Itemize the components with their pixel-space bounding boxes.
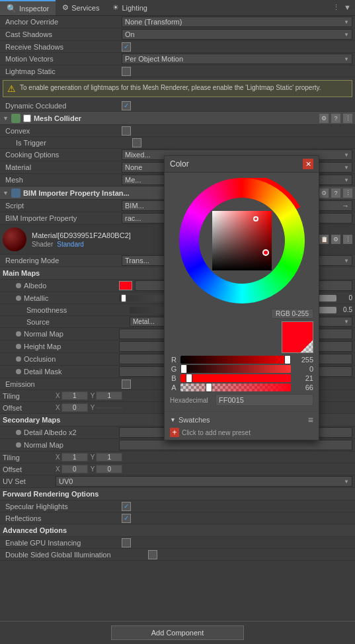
tiling-y-label: Y bbox=[91, 392, 95, 399]
emission-checkbox[interactable] bbox=[122, 380, 131, 389]
tab-services[interactable]: ⚙ Services bbox=[56, 0, 106, 15]
tiling-y-input[interactable]: 1 bbox=[96, 391, 122, 400]
material-icon3[interactable]: ⋮ bbox=[343, 235, 352, 244]
texture-swatch-inner bbox=[282, 322, 313, 352]
dynamic-occluded-label: Dynamic Occluded bbox=[3, 102, 122, 110]
detail-mask-map-icon bbox=[16, 369, 21, 374]
tiling-x-field: X 1 bbox=[56, 391, 88, 400]
lightmap-static-checkbox[interactable] bbox=[122, 67, 131, 76]
color-wheel-area[interactable] bbox=[165, 173, 319, 306]
motion-vectors-dropdown[interactable]: Per Object Motion ▼ bbox=[122, 54, 352, 64]
bim-importer-help-icon[interactable]: ? bbox=[331, 188, 340, 198]
advanced-options-label: Advanced Options bbox=[0, 524, 355, 537]
b-slider[interactable] bbox=[180, 374, 291, 382]
a-slider-row: A 66 bbox=[170, 383, 313, 391]
mesh-collider-help-icon[interactable]: ? bbox=[331, 114, 340, 123]
add-component-bar: Add Component bbox=[0, 621, 355, 644]
swatches-title: ▼ Swatches bbox=[170, 416, 210, 424]
dynamic-occluded-checkbox[interactable] bbox=[122, 101, 131, 110]
convex-value bbox=[122, 126, 352, 136]
anchor-override-dropdown[interactable]: None (Transform) ▼ bbox=[122, 17, 352, 27]
reflections-checkbox[interactable] bbox=[122, 514, 131, 523]
swatches-menu-icon[interactable]: ≡ bbox=[308, 415, 313, 425]
swatches-label: Swatches bbox=[178, 416, 210, 424]
motion-vectors-arrow: ▼ bbox=[344, 56, 349, 62]
uv-set-dropdown[interactable]: UV0 ▼ bbox=[56, 476, 352, 487]
receive-shadows-label: Receive Shadows bbox=[3, 43, 122, 51]
cast-shadows-row: Cast Shadows On ▼ bbox=[0, 28, 355, 41]
sec-offset-x-input[interactable]: 0 bbox=[61, 465, 88, 473]
receive-shadows-checkbox[interactable] bbox=[122, 42, 131, 52]
tiling-x-input[interactable]: 1 bbox=[61, 391, 88, 400]
shader-value[interactable]: Standard bbox=[57, 241, 84, 248]
albedo-color-swatch[interactable] bbox=[119, 281, 132, 290]
gpu-instancing-row: Enable GPU Instancing bbox=[0, 537, 355, 549]
double-sided-value bbox=[148, 550, 352, 559]
smoothness-label: Smoothness bbox=[26, 306, 130, 314]
double-sided-checkbox[interactable] bbox=[148, 550, 157, 559]
mesh-collider-menu-icon[interactable]: ⚙ bbox=[319, 114, 329, 123]
tab-extra-icon2[interactable]: ▼ bbox=[344, 3, 351, 12]
g-slider[interactable] bbox=[180, 365, 291, 373]
g-label: G bbox=[170, 365, 178, 373]
add-preset-label: Click to add new preset bbox=[182, 429, 251, 436]
cast-shadows-dropdown[interactable]: On ▼ bbox=[122, 29, 352, 40]
uv-set-arrow: ▼ bbox=[344, 479, 349, 485]
detail-mask-label: Detail Mask bbox=[16, 368, 119, 376]
gpu-instancing-value bbox=[122, 538, 352, 547]
tab-inspector[interactable]: 🔍 Inspector bbox=[0, 0, 56, 15]
color-dialog-close-button[interactable]: ✕ bbox=[303, 159, 313, 169]
color-wheel-svg[interactable] bbox=[179, 178, 305, 303]
sec-normal-map-value bbox=[119, 440, 352, 450]
offset-label: Offset bbox=[3, 404, 56, 412]
color-mode-button[interactable]: RGB 0-255 bbox=[271, 309, 313, 319]
double-sided-row: Double Sided Global Illumination bbox=[0, 549, 355, 561]
lightmap-static-row: Lightmap Static bbox=[0, 65, 355, 77]
is-trigger-checkbox[interactable] bbox=[132, 138, 141, 147]
mesh-collider-enabled-checkbox[interactable] bbox=[23, 114, 31, 122]
sec-tiling-x-input[interactable]: 1 bbox=[61, 453, 88, 462]
bim-importer-more-icon[interactable]: ⋮ bbox=[343, 188, 352, 198]
mesh-collider-header[interactable]: ▼ Mesh Collider ⚙ ? ⋮ bbox=[0, 112, 355, 125]
bim-importer-menu-icon[interactable]: ⚙ bbox=[319, 188, 329, 198]
metallic-label: Metallic bbox=[16, 294, 119, 302]
sec-offset-y-input[interactable]: 0 bbox=[96, 465, 122, 473]
tiling-x-label: X bbox=[56, 392, 60, 399]
hex-input[interactable] bbox=[216, 394, 313, 406]
a-slider[interactable] bbox=[180, 383, 291, 391]
offset-x-field: X 0 bbox=[56, 403, 88, 412]
add-preset-row[interactable]: + Click to add new preset bbox=[170, 428, 313, 437]
collider-mesh-label: Mesh bbox=[3, 176, 122, 184]
convex-checkbox[interactable] bbox=[122, 126, 131, 136]
sec-tiling-xy: X 1 Y 1 bbox=[56, 453, 352, 462]
cast-shadows-arrow: ▼ bbox=[344, 32, 349, 38]
material-icon1[interactable]: 📋 bbox=[319, 235, 329, 244]
mesh-collider-arrow: ▼ bbox=[3, 115, 9, 122]
convex-row: Convex bbox=[0, 125, 355, 137]
color-wheel-fo[interactable] bbox=[179, 178, 305, 303]
dynamic-occluded-value bbox=[122, 101, 352, 110]
offset-y-input[interactable] bbox=[96, 407, 122, 409]
material-icons: 📋 ⚙ ⋮ bbox=[319, 235, 352, 244]
mesh-collider-more-icon[interactable]: ⋮ bbox=[343, 114, 352, 123]
color-dialog-title: Color bbox=[170, 159, 189, 169]
lightmap-static-label: Lightmap Static bbox=[3, 67, 122, 75]
sec-tiling-y-input[interactable]: 1 bbox=[96, 453, 122, 462]
add-component-button[interactable]: Add Component bbox=[111, 625, 245, 640]
albedo-label: Albedo bbox=[16, 282, 119, 290]
material-icon2[interactable]: ⚙ bbox=[331, 235, 340, 244]
is-trigger-value bbox=[132, 138, 352, 147]
material-name: Material[6D939951F2A80BC2] bbox=[32, 231, 131, 239]
sec-normal-map-dropdown[interactable] bbox=[119, 440, 352, 450]
albedo-map-icon bbox=[16, 283, 21, 288]
sec-tiling-x-label: X bbox=[56, 454, 60, 461]
r-slider[interactable] bbox=[180, 356, 291, 364]
gpu-instancing-checkbox[interactable] bbox=[122, 538, 131, 547]
b-label: B bbox=[170, 374, 178, 382]
cast-shadows-label: Cast Shadows bbox=[3, 30, 122, 38]
occlusion-map-icon bbox=[16, 356, 21, 362]
tab-lighting[interactable]: ☀ Lighting bbox=[106, 0, 154, 15]
tab-extra-icon1[interactable]: ⋮ bbox=[333, 3, 340, 12]
offset-x-input[interactable]: 0 bbox=[61, 403, 88, 412]
specular-checkbox[interactable] bbox=[122, 502, 131, 511]
